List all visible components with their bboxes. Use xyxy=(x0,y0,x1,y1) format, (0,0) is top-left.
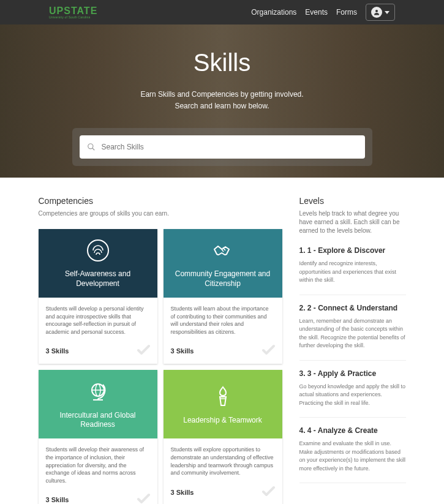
brand-logo-main: UPSTATE xyxy=(49,6,97,16)
competency-card-header: Community Engagement and Citizenship xyxy=(164,229,282,298)
checkmark-icon xyxy=(262,486,275,499)
hero-sub-line2: Search and learn how below. xyxy=(140,100,303,112)
search-input[interactable] xyxy=(102,143,358,151)
navbar: UPSTATE University of South Carolina Org… xyxy=(0,0,444,24)
competency-card-footer: 3 Skills xyxy=(171,344,275,358)
user-avatar-icon xyxy=(371,7,382,18)
fingerprint-icon xyxy=(86,238,110,262)
level-desc: Go beyond knowledge and apply the skill … xyxy=(299,383,406,408)
competency-title: Intercultural and Global Readiness xyxy=(45,411,151,430)
search-icon xyxy=(87,143,96,151)
competency-title: Leadership & Teamwork xyxy=(183,416,262,426)
hero-subtitle: Earn Skills and Competencies by getting … xyxy=(140,89,303,112)
competency-desc: Students will explore opportunities to d… xyxy=(171,446,275,476)
svg-line-2 xyxy=(92,148,94,151)
competency-card[interactable]: Leadership & TeamworkStudents will explo… xyxy=(164,370,282,504)
competency-card-footer: 3 Skills xyxy=(46,344,150,358)
level-title: 3. 3 - Apply & Practice xyxy=(299,369,406,378)
svg-point-1 xyxy=(88,144,92,149)
checkmark-icon xyxy=(137,493,150,504)
checkmark-icon xyxy=(137,344,150,358)
handshake-icon xyxy=(211,238,235,262)
level-item: 1. 1 - Explore & DiscoverIdentify and re… xyxy=(299,246,406,295)
torch-icon xyxy=(211,384,235,408)
levels-heading: Levels xyxy=(299,196,406,206)
globe-icon xyxy=(86,379,110,404)
competencies-section: Competencies Competencies are groups of … xyxy=(39,196,282,504)
competencies-sub: Competencies are groups of skills you ca… xyxy=(39,209,282,218)
competencies-heading: Competencies xyxy=(39,196,282,206)
nav-link-forms[interactable]: Forms xyxy=(336,8,357,17)
competency-card-footer: 3 Skills xyxy=(46,493,150,504)
competency-title: Self-Awareness and Development xyxy=(45,269,151,288)
competency-card[interactable]: Self-Awareness and DevelopmentStudents w… xyxy=(39,229,157,364)
competency-card-header: Leadership & Teamwork xyxy=(164,370,282,438)
skills-count: 3 Skills xyxy=(46,347,69,355)
competency-card[interactable]: Intercultural and Global ReadinessStuden… xyxy=(39,370,157,504)
level-title: 4. 4 - Analyze & Create xyxy=(299,426,406,435)
brand-logo-sub: University of South Carolina xyxy=(49,16,97,19)
brand-logo[interactable]: UPSTATE University of South Carolina xyxy=(49,6,97,19)
skills-count: 3 Skills xyxy=(171,347,194,355)
competency-card[interactable]: Community Engagement and CitizenshipStud… xyxy=(164,229,282,364)
level-title: 1. 1 - Explore & Discover xyxy=(299,246,406,255)
page-title: Skills xyxy=(194,49,250,77)
search-container xyxy=(72,128,372,166)
level-desc: Learn, remember and demonstrate an under… xyxy=(299,317,406,350)
search-box[interactable] xyxy=(80,135,365,159)
competency-card-body: Students will explore opportunities to d… xyxy=(164,438,282,504)
competency-card-header: Intercultural and Global Readiness xyxy=(39,370,157,438)
level-item: 2. 2 - Connect & UnderstandLearn, rememb… xyxy=(299,295,406,361)
competency-desc: Students will learn about the importance… xyxy=(171,305,275,336)
levels-section: Levels Levels help track to what degree … xyxy=(299,196,406,504)
level-item: 3. 3 - Apply & PracticeGo beyond knowled… xyxy=(299,361,406,418)
level-item: 4. 4 - Analyze & CreateExamine and evalu… xyxy=(299,418,406,483)
skills-count: 3 Skills xyxy=(46,496,69,503)
checkmark-icon xyxy=(262,344,275,358)
competency-card-body: Students will develop a personal identit… xyxy=(39,298,157,364)
nav-link-events[interactable]: Events xyxy=(305,8,328,17)
hero-banner: Skills Earn Skills and Competencies by g… xyxy=(0,24,444,178)
competency-card-footer: 3 Skills xyxy=(171,486,275,499)
level-desc: Identify and recognize interests, opport… xyxy=(299,260,406,285)
chevron-down-icon xyxy=(385,11,389,14)
competency-desc: Students will develop a personal identit… xyxy=(46,305,150,336)
user-menu-button[interactable] xyxy=(366,4,395,21)
competency-card-header: Self-Awareness and Development xyxy=(39,229,157,298)
level-title: 2. 2 - Connect & Understand xyxy=(299,304,406,312)
hero-sub-line1: Earn Skills and Competencies by getting … xyxy=(140,89,303,100)
competency-card-body: Students will learn about the importance… xyxy=(164,298,282,364)
competency-desc: Students will develop their awareness of… xyxy=(46,446,150,484)
level-desc: Examine and evaluate the skill in use. M… xyxy=(299,440,406,473)
levels-sub: Levels help track to what degree you hav… xyxy=(299,209,406,235)
competency-title: Community Engagement and Citizenship xyxy=(170,269,276,288)
nav-link-organizations[interactable]: Organizations xyxy=(251,8,296,17)
svg-point-0 xyxy=(375,10,378,12)
skills-count: 3 Skills xyxy=(171,489,194,496)
competency-card-body: Students will develop their awareness of… xyxy=(39,438,157,504)
